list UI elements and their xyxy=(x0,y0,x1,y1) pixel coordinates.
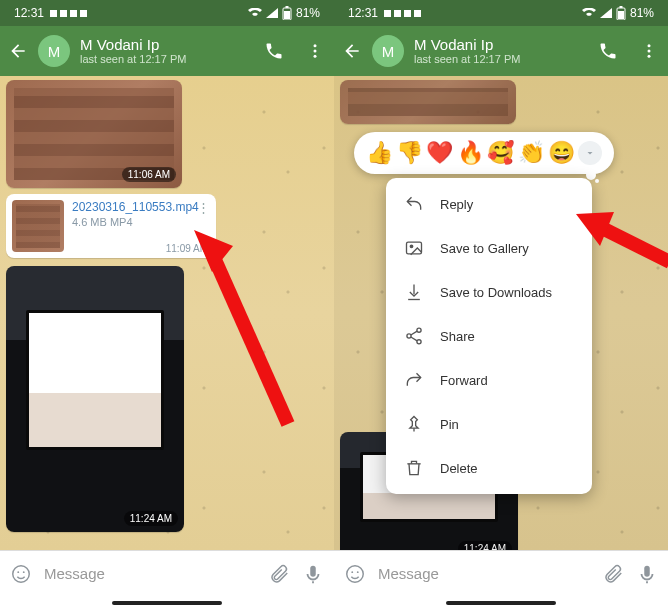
status-time: 12:31 xyxy=(348,6,378,20)
message-input[interactable] xyxy=(378,565,590,582)
contact-name: M Vodani Ip xyxy=(414,37,520,54)
reaction-fire[interactable]: 🔥 xyxy=(457,140,484,166)
status-bar: 12:31 81% xyxy=(0,0,334,26)
more-icon[interactable] xyxy=(306,41,324,61)
menu-reply[interactable]: Reply xyxy=(386,182,592,226)
gesture-bar xyxy=(0,596,334,610)
avatar[interactable]: M xyxy=(38,35,70,67)
menu-forward[interactable]: Forward xyxy=(386,358,592,402)
menu-pin[interactable]: Pin xyxy=(386,402,592,446)
svg-rect-14 xyxy=(394,10,401,17)
menu-share[interactable]: Share xyxy=(386,314,592,358)
back-icon[interactable] xyxy=(342,41,362,61)
battery-icon xyxy=(282,6,292,20)
svg-point-29 xyxy=(351,571,353,573)
menu-label: Forward xyxy=(440,373,488,388)
svg-point-28 xyxy=(347,565,364,582)
mic-icon[interactable] xyxy=(302,563,324,585)
wifi-icon xyxy=(582,8,596,18)
menu-label: Pin xyxy=(440,417,459,432)
image-message-2[interactable]: 11:24 AM xyxy=(6,266,184,532)
attach-icon[interactable] xyxy=(602,563,624,585)
header-titles[interactable]: M Vodani Ip last seen at 12:17 PM xyxy=(414,37,520,66)
status-notif-icons xyxy=(384,8,424,18)
header-titles[interactable]: M Vodani Ip last seen at 12:17 PM xyxy=(80,37,186,66)
last-seen: last seen at 12:17 PM xyxy=(414,53,520,65)
menu-save-downloads[interactable]: Save to Downloads xyxy=(386,270,592,314)
reaction-thumbs-down[interactable]: 👎 xyxy=(396,140,423,166)
battery-text: 81% xyxy=(630,6,654,20)
file-name: 20230316_110553.mp4 xyxy=(72,200,199,214)
svg-point-12 xyxy=(23,571,25,573)
file-meta: 4.6 MB MP4 xyxy=(72,216,199,228)
menu-label: Save to Gallery xyxy=(440,241,529,256)
back-icon[interactable] xyxy=(8,41,28,61)
menu-delete[interactable]: Delete xyxy=(386,446,592,490)
battery-text: 81% xyxy=(296,6,320,20)
svg-point-9 xyxy=(314,55,317,58)
chat-area[interactable]: 11:24 AM 👍 👎 ❤️ 🔥 🥰 👏 😄 Reply xyxy=(334,76,668,550)
signal-icon xyxy=(266,8,278,18)
signal-icon xyxy=(600,8,612,18)
emoji-icon[interactable] xyxy=(10,563,32,585)
svg-point-10 xyxy=(13,565,30,582)
context-menu: Reply Save to Gallery Save to Downloads … xyxy=(386,178,592,494)
svg-rect-2 xyxy=(70,10,77,17)
svg-rect-18 xyxy=(619,6,622,8)
svg-rect-15 xyxy=(404,10,411,17)
chat-header: M M Vodani Ip last seen at 12:17 PM xyxy=(0,26,334,76)
avatar[interactable]: M xyxy=(372,35,404,67)
reaction-bar: 👍 👎 ❤️ 🔥 🥰 👏 😄 xyxy=(354,132,614,174)
call-icon[interactable] xyxy=(264,41,284,61)
more-icon[interactable] xyxy=(640,41,658,61)
attach-icon[interactable] xyxy=(268,563,290,585)
reaction-heart[interactable]: ❤️ xyxy=(426,140,453,166)
svg-point-21 xyxy=(648,50,651,53)
reaction-smile[interactable]: 😄 xyxy=(548,140,575,166)
message-input[interactable] xyxy=(44,565,256,582)
reaction-thumbs-up[interactable]: 👍 xyxy=(366,140,393,166)
chat-header: M M Vodani Ip last seen at 12:17 PM xyxy=(334,26,668,76)
menu-save-gallery[interactable]: Save to Gallery xyxy=(386,226,592,270)
menu-label: Reply xyxy=(440,197,473,212)
battery-icon xyxy=(616,6,626,20)
svg-rect-3 xyxy=(80,10,87,17)
status-notif-icons xyxy=(50,8,90,18)
last-seen: last seen at 12:17 PM xyxy=(80,53,186,65)
message-input-bar xyxy=(334,550,668,596)
contact-name: M Vodani Ip xyxy=(80,37,186,54)
menu-label: Save to Downloads xyxy=(440,285,552,300)
file-thumb xyxy=(12,200,64,252)
svg-rect-16 xyxy=(414,10,421,17)
menu-label: Share xyxy=(440,329,475,344)
svg-point-11 xyxy=(17,571,19,573)
svg-rect-13 xyxy=(384,10,391,17)
svg-point-7 xyxy=(314,44,317,47)
svg-point-26 xyxy=(407,334,411,338)
svg-rect-1 xyxy=(60,10,67,17)
svg-point-8 xyxy=(314,50,317,53)
status-bar: 12:31 81% xyxy=(334,0,668,26)
message-time-2: 11:24 AM xyxy=(124,511,178,526)
reaction-clap[interactable]: 👏 xyxy=(518,140,545,166)
svg-point-20 xyxy=(648,44,651,47)
svg-rect-19 xyxy=(618,11,624,19)
svg-rect-0 xyxy=(50,10,57,17)
file-more-icon[interactable]: ⋮ xyxy=(197,200,210,215)
menu-label: Delete xyxy=(440,461,478,476)
emoji-icon[interactable] xyxy=(344,563,366,585)
phone-screen-left: 12:31 81% M M Vodani Ip last seen at 12:… xyxy=(0,0,334,610)
message-time: 11:06 AM xyxy=(122,167,176,182)
message-input-bar xyxy=(0,550,334,596)
image-message-1[interactable]: 11:06 AM xyxy=(6,80,182,188)
phone-screen-right: 12:31 81% M M Vodani Ip last seen at 12:… xyxy=(334,0,668,610)
file-message[interactable]: 20230316_110553.mp4 4.6 MB MP4 ⋮ 11:09 A… xyxy=(6,194,216,258)
call-icon[interactable] xyxy=(598,41,618,61)
svg-point-27 xyxy=(417,340,421,344)
reaction-love[interactable]: 🥰 xyxy=(487,140,514,166)
reaction-more-icon[interactable] xyxy=(578,141,602,165)
chat-area[interactable]: 11:06 AM 20230316_110553.mp4 4.6 MB MP4 … xyxy=(0,76,334,550)
mic-icon[interactable] xyxy=(636,563,658,585)
file-time: 11:09 AM xyxy=(166,243,208,254)
svg-point-22 xyxy=(648,55,651,58)
